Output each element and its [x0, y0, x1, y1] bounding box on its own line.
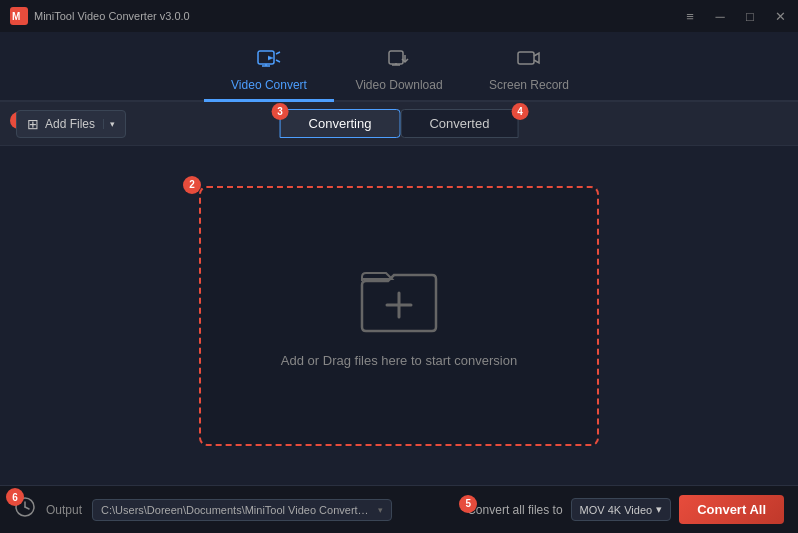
add-files-label: Add Files — [45, 117, 95, 131]
video-convert-label: Video Convert — [231, 78, 307, 92]
tab-screen-record[interactable]: Screen Record — [464, 42, 594, 102]
tab-video-download[interactable]: Video Download — [334, 42, 464, 102]
svg-line-16 — [25, 507, 29, 509]
drop-zone-hint: Add or Drag files here to start conversi… — [281, 353, 517, 368]
title-bar: M MiniTool Video Converter v3.0.0 ≡ ─ □ … — [0, 0, 798, 32]
format-value: MOV 4K Video — [580, 504, 653, 516]
converted-tab[interactable]: Converted — [400, 109, 518, 138]
drop-zone[interactable]: Add or Drag files here to start conversi… — [199, 186, 599, 446]
footer-convert-section: 5 Convert all files to MOV 4K Video ▾ Co… — [467, 495, 784, 524]
svg-line-5 — [276, 52, 280, 54]
tab-video-convert[interactable]: Video Convert — [204, 42, 334, 102]
format-select[interactable]: MOV 4K Video ▾ — [571, 498, 672, 521]
folder-plus-icon — [354, 263, 444, 339]
app-title: MiniTool Video Converter v3.0.0 — [34, 10, 190, 22]
toolbar-left: 1 ⊞ Add Files ▾ — [16, 110, 126, 138]
maximize-icon[interactable]: □ — [742, 9, 758, 24]
screen-record-label: Screen Record — [489, 78, 569, 92]
video-convert-icon — [257, 49, 281, 74]
badge-4: 4 — [511, 103, 528, 120]
add-files-button[interactable]: ⊞ Add Files ▾ — [16, 110, 126, 138]
footer: 6 Output C:\Users\Doreen\Documents\MiniT… — [0, 485, 798, 533]
add-files-dropdown-arrow[interactable]: ▾ — [103, 119, 115, 129]
screen-record-icon — [517, 49, 541, 74]
badge-3: 3 — [272, 103, 289, 120]
sub-tabs: 3 Converting Converted 4 — [280, 109, 519, 138]
output-path-arrow[interactable]: ▾ — [378, 505, 383, 515]
video-download-label: Video Download — [355, 78, 442, 92]
svg-rect-7 — [389, 51, 403, 64]
tab-navigation: Video Convert Video Download Screen Reco… — [0, 32, 798, 102]
format-select-arrow[interactable]: ▾ — [656, 503, 662, 516]
convert-all-files-label: Convert all files to — [467, 503, 562, 517]
output-path[interactable]: C:\Users\Doreen\Documents\MiniTool Video… — [92, 499, 392, 521]
title-bar-controls: ≡ ─ □ ✕ — [682, 9, 788, 24]
badge-2: 2 — [183, 176, 201, 194]
converting-tab[interactable]: Converting — [280, 109, 401, 138]
output-path-text: C:\Users\Doreen\Documents\MiniTool Video… — [101, 504, 374, 516]
app-logo: M — [10, 7, 28, 25]
menu-icon[interactable]: ≡ — [682, 9, 698, 24]
main-content: 2 Add or Drag files here to start conver… — [0, 146, 798, 485]
add-files-icon: ⊞ — [27, 116, 39, 132]
badge-5: 5 — [459, 495, 477, 513]
title-bar-left: M MiniTool Video Converter v3.0.0 — [10, 7, 190, 25]
svg-line-6 — [276, 60, 280, 62]
video-download-icon — [388, 49, 410, 74]
convert-all-button[interactable]: Convert All — [679, 495, 784, 524]
badge-6: 6 — [6, 488, 24, 506]
svg-text:M: M — [12, 11, 20, 22]
svg-rect-11 — [518, 52, 534, 64]
minimize-icon[interactable]: ─ — [712, 9, 728, 24]
toolbar: 1 ⊞ Add Files ▾ 3 Converting Converted 4 — [0, 102, 798, 146]
close-icon[interactable]: ✕ — [772, 9, 788, 24]
output-label: Output — [46, 503, 82, 517]
